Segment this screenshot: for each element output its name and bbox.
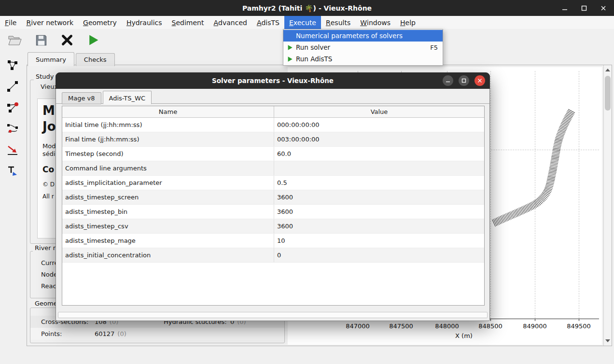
param-value-cell[interactable]: 10 [274, 234, 484, 248]
table-row[interactable]: adists_timestep_screen 3600 [62, 190, 484, 205]
floppy-disk-icon [35, 34, 48, 47]
param-name-cell: adists_timestep_screen [62, 190, 274, 204]
param-value-cell[interactable]: 003:00:00:00 [274, 132, 484, 146]
param-value-cell[interactable]: 000:00:00:00 [274, 118, 484, 132]
menu-item-numerical-parameters[interactable]: Numerical parameters of solvers [283, 30, 443, 42]
table-body: Initial time (jj:hh:mm:ss) 000:00:00:00 … [62, 118, 484, 263]
slope-tool-button[interactable] [4, 142, 21, 158]
cross-section-tool-button[interactable] [4, 78, 21, 95]
node-edit-tool-button[interactable] [4, 99, 21, 116]
close-button[interactable] [600, 4, 607, 12]
value-column-header[interactable]: Value [274, 106, 484, 117]
table-row[interactable]: Initial time (jj:hh:mm:ss) 000:00:00:00 [62, 118, 484, 132]
main-tabbar: Summary Checks [28, 52, 116, 66]
black-cross-icon [61, 34, 73, 46]
param-value-cell[interactable]: 3600 [274, 190, 484, 204]
table-row[interactable]: Final time (jj:hh:mm:ss) 003:00:00:00 [62, 132, 484, 147]
window-controls [561, 0, 607, 16]
tab-checks[interactable]: Checks [76, 53, 115, 66]
river-network-tool-icon [6, 59, 19, 71]
param-value-cell[interactable]: 0.5 [274, 176, 484, 190]
param-value-cell[interactable]: 60.0 [274, 147, 484, 161]
minimize-button[interactable] [561, 4, 569, 12]
x-tick-label: 848000 [435, 322, 459, 330]
param-name-cell: adists_timestep_bin [62, 205, 274, 219]
param-name-cell: Final time (jj:hh:mm:ss) [62, 132, 274, 146]
maximize-icon [581, 5, 587, 11]
param-value-cell[interactable]: 3600 [274, 219, 484, 233]
menu-item-run-adists[interactable]: Run AdisTS [283, 53, 443, 65]
reach-edit-tool-button[interactable] [4, 121, 21, 137]
river-network-tool-button[interactable] [4, 57, 21, 73]
menu-item-run-solver[interactable]: Run solver F5 [283, 42, 443, 53]
tracer-tool-icon [6, 165, 19, 178]
maximize-button[interactable] [580, 4, 588, 12]
table-row[interactable]: adists_timestep_mage 10 [62, 234, 484, 248]
table-row[interactable]: Timestep (second) 60.0 [62, 147, 484, 161]
app-window: Pamhyr2 (Tahiti 🌴) - Vieux-Rhône File Ri… [0, 0, 614, 364]
titlebar[interactable]: Pamhyr2 (Tahiti 🌴) - Vieux-Rhône [0, 0, 614, 16]
name-column-header[interactable]: Name [62, 106, 274, 117]
scrollbar-thumb[interactable] [605, 76, 611, 111]
tab-adis-ts-wc[interactable]: Adis-TS_WC [103, 91, 152, 104]
river-network-section-label: River n [33, 244, 59, 252]
close-icon [477, 78, 482, 83]
x-tick [535, 319, 535, 321]
gridline [490, 71, 491, 319]
tab-summary[interactable]: Summary [28, 52, 74, 66]
dialog-titlebar[interactable]: Solver parameters - Vieux-Rhône [56, 72, 490, 89]
param-name-cell: adists_implicitation_parameter [62, 176, 274, 190]
param-name-cell: adists_timestep_mage [62, 234, 274, 248]
param-value-cell[interactable]: 3600 [274, 205, 484, 219]
param-value-cell[interactable]: 0 [274, 248, 484, 262]
tab-mage-v8[interactable]: Mage v8 [62, 92, 101, 104]
points-label: Points: [41, 330, 95, 337]
points-suffix: (0) [117, 330, 126, 337]
menu-hydraulics[interactable]: Hydraulics [122, 16, 167, 29]
vertical-scrollbar[interactable] [603, 65, 612, 346]
menu-file[interactable]: File [0, 16, 21, 29]
study-section-label: Study [34, 73, 56, 80]
geometry-stats-row: Points: 60127 (0) [30, 328, 284, 340]
gridline [579, 71, 579, 319]
menu-windows[interactable]: Windows [355, 16, 395, 29]
x-tick-label: 849000 [523, 322, 547, 330]
dialog-minimize-button[interactable] [443, 75, 453, 86]
param-name-cell: Timestep (second) [62, 147, 274, 161]
table-row[interactable]: adists_implicitation_parameter 0.5 [62, 176, 484, 190]
x-tick [490, 319, 491, 321]
dialog-maximize-button[interactable] [459, 75, 469, 86]
dialog-close-button[interactable] [474, 75, 485, 86]
table-row[interactable]: adists_initial_concentration 0 [62, 248, 484, 263]
table-row[interactable]: adists_timestep_csv 3600 [62, 219, 484, 234]
window-title: Pamhyr2 (Tahiti 🌴) - Vieux-Rhône [242, 4, 372, 12]
table-row[interactable]: Command line arguments [62, 161, 484, 176]
close-study-button[interactable] [59, 32, 75, 48]
param-name-cell: adists_timestep_csv [62, 219, 274, 233]
execute-menu-dropdown: Numerical parameters of solvers Run solv… [283, 29, 443, 66]
menu-results[interactable]: Results [321, 16, 355, 29]
open-study-button[interactable] [7, 32, 23, 48]
slope-tool-icon [6, 144, 19, 156]
menu-help[interactable]: Help [395, 16, 420, 29]
cross-section-tool-icon [6, 80, 19, 93]
table-header-row: Name Value [62, 106, 484, 118]
menu-sediment[interactable]: Sediment [167, 16, 209, 29]
menu-river-network[interactable]: River network [21, 16, 78, 29]
scroll-down-button[interactable] [604, 337, 612, 345]
run-solver-button[interactable] [85, 32, 101, 48]
save-study-button[interactable] [33, 32, 49, 48]
param-value-cell[interactable] [274, 161, 484, 175]
minimize-icon [562, 5, 568, 11]
side-toolbar [2, 57, 23, 180]
green-play-icon [87, 34, 99, 46]
menu-execute[interactable]: Execute [284, 16, 321, 29]
scroll-up-button[interactable] [604, 66, 612, 74]
menu-adists[interactable]: AdisTS [252, 16, 284, 29]
dialog-title: Solver parameters - Vieux-Rhône [212, 77, 334, 84]
tracer-tool-button[interactable] [4, 163, 21, 180]
table-row[interactable]: adists_timestep_bin 3600 [62, 205, 484, 219]
menu-advanced[interactable]: Advanced [209, 16, 251, 29]
menu-item-shortcut: F5 [430, 44, 438, 51]
menu-geometry[interactable]: Geometry [78, 16, 122, 29]
